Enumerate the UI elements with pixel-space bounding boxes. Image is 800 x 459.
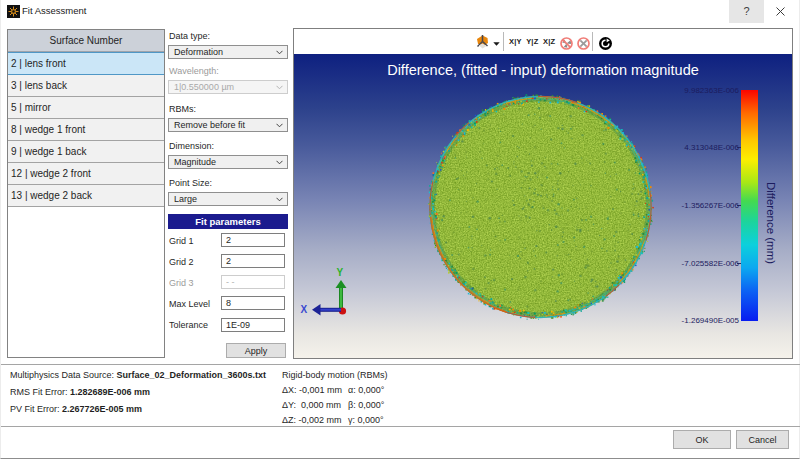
svg-text:9.982363E-006: 9.982363E-006 [684, 86, 739, 95]
svg-text:4.313048E-006: 4.313048E-006 [684, 143, 739, 152]
svg-text:Y: Y [337, 267, 344, 278]
svg-text:X: X [301, 304, 308, 315]
svg-text:-1.356267E-006: -1.356267E-006 [682, 201, 740, 210]
svg-text:-1.269490E-005: -1.269490E-005 [682, 316, 740, 325]
svg-text:-7.025582E-006: -7.025582E-006 [682, 259, 740, 268]
svg-text:Difference (mm): Difference (mm) [765, 182, 777, 264]
svg-text:Difference, (fitted - input) d: Difference, (fitted - input) deformation… [387, 62, 699, 78]
